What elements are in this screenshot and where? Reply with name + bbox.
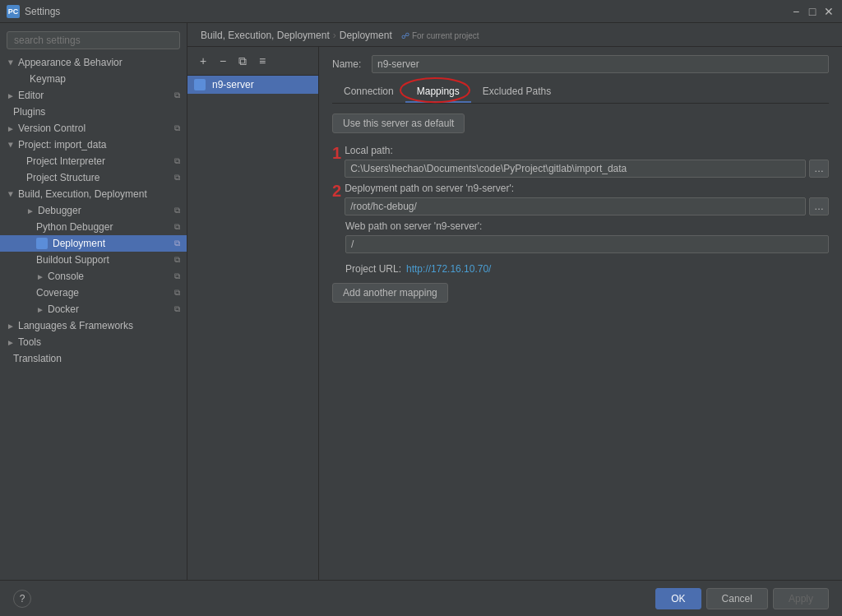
bottom-bar: ? OK Cancel Apply bbox=[0, 580, 842, 616]
sidebar-item-tools[interactable]: ► Tools bbox=[0, 334, 187, 350]
sidebar-item-label: Deployment bbox=[53, 238, 105, 249]
sidebar-item-coverage[interactable]: Coverage ⧉ bbox=[0, 285, 187, 301]
window-title: Settings bbox=[25, 6, 60, 17]
breadcrumb: Build, Execution, Deployment › Deploymen… bbox=[187, 23, 842, 47]
arrow-icon: ► bbox=[7, 338, 15, 347]
sidebar-item-label: Keymap bbox=[30, 73, 66, 85]
arrow-icon: ► bbox=[26, 206, 35, 215]
project-url-label: Project URL: bbox=[345, 263, 401, 275]
local-path-label: Local path: bbox=[345, 145, 829, 156]
sidebar-item-deployment[interactable]: Deployment ⧉ bbox=[0, 235, 187, 252]
arrow-icon: ► bbox=[7, 58, 16, 67]
copy-icon: ⧉ bbox=[174, 255, 180, 265]
copy-icon: ⧉ bbox=[174, 271, 180, 281]
sidebar-item-label: Appearance & Behavior bbox=[18, 57, 123, 68]
copy-icon: ⧉ bbox=[174, 222, 180, 232]
arrow-icon: ► bbox=[7, 124, 15, 133]
move-server-button[interactable]: ≡ bbox=[253, 52, 271, 70]
sidebar-item-project[interactable]: ► Project: import_data bbox=[0, 137, 187, 153]
server-toolbar: + − ⧉ ≡ bbox=[187, 47, 318, 76]
annotation-1: 1 bbox=[332, 145, 341, 161]
help-button[interactable]: ? bbox=[13, 590, 31, 608]
sidebar-item-console[interactable]: ► Console ⧉ bbox=[0, 268, 187, 285]
copy-icon: ⧉ bbox=[174, 123, 180, 133]
sidebar-item-plugins[interactable]: Plugins bbox=[0, 104, 187, 120]
deployment-path-input[interactable] bbox=[345, 197, 806, 215]
app-icon: PC bbox=[7, 5, 20, 18]
sidebar-item-label: Python Debugger bbox=[36, 221, 113, 233]
add-mapping-button[interactable]: Add another mapping bbox=[332, 283, 448, 303]
breadcrumb-part2: Deployment bbox=[340, 30, 392, 41]
sidebar-item-version-control[interactable]: ► Version Control ⧉ bbox=[0, 120, 187, 137]
deployment-path-browse-button[interactable]: … bbox=[809, 197, 829, 215]
deployment-path-input-row: … bbox=[345, 197, 829, 215]
sidebar-item-appearance[interactable]: ► Appearance & Behavior bbox=[0, 54, 187, 71]
tab-excluded-paths[interactable]: Excluded Paths bbox=[471, 81, 562, 103]
copy-icon: ⧉ bbox=[174, 288, 180, 298]
arrow-icon: ► bbox=[7, 322, 15, 331]
sidebar-item-translation[interactable]: Translation bbox=[0, 350, 187, 367]
copy-icon: ⧉ bbox=[174, 304, 180, 314]
local-path-field: Local path: … bbox=[345, 145, 829, 178]
project-url-link[interactable]: http://172.16.10.70/ bbox=[406, 263, 491, 275]
maximize-button[interactable]: □ bbox=[806, 5, 819, 18]
right-panel: Name: Connection Mappings bbox=[319, 47, 842, 580]
copy-server-button[interactable]: ⧉ bbox=[234, 52, 252, 70]
copy-icon: ⧉ bbox=[174, 173, 180, 183]
local-path-input[interactable] bbox=[345, 160, 806, 178]
title-bar-left: PC Settings bbox=[7, 5, 60, 18]
use-server-default-button[interactable]: Use this server as default bbox=[332, 113, 465, 133]
breadcrumb-separator: › bbox=[333, 30, 336, 41]
sidebar-item-label: Buildout Support bbox=[36, 254, 109, 266]
sidebar-item-label: Console bbox=[48, 271, 84, 282]
name-label: Name: bbox=[332, 58, 365, 70]
cancel-button[interactable]: Cancel bbox=[706, 588, 768, 609]
ok-button[interactable]: OK bbox=[655, 588, 701, 609]
sidebar-item-label: Editor bbox=[18, 90, 44, 101]
deployment-icon bbox=[36, 238, 48, 249]
sidebar-item-keymap[interactable]: Keymap bbox=[0, 71, 187, 87]
copy-icon: ⧉ bbox=[174, 239, 180, 248]
sidebar-item-project-interpreter[interactable]: Project Interpreter ⧉ bbox=[0, 153, 187, 169]
server-panel: + − ⧉ ≡ n9-server bbox=[187, 47, 319, 580]
web-path-input[interactable] bbox=[345, 235, 829, 253]
add-server-button[interactable]: + bbox=[194, 52, 212, 70]
copy-icon: ⧉ bbox=[174, 206, 180, 215]
sidebar-item-python-debugger[interactable]: Python Debugger ⧉ bbox=[0, 219, 187, 235]
search-input[interactable] bbox=[7, 31, 180, 49]
sidebar-item-editor[interactable]: ► Editor ⧉ bbox=[0, 87, 187, 104]
sidebar-item-docker[interactable]: ► Docker ⧉ bbox=[0, 301, 187, 317]
apply-button[interactable]: Apply bbox=[773, 588, 829, 609]
arrow-icon: ► bbox=[7, 91, 15, 100]
arrow-icon: ► bbox=[36, 272, 44, 281]
server-list: n9-server bbox=[187, 76, 319, 240]
sidebar-item-project-structure[interactable]: Project Structure ⧉ bbox=[0, 169, 187, 186]
remove-server-button[interactable]: − bbox=[214, 52, 232, 70]
sidebar-item-debugger[interactable]: ► Debugger ⧉ bbox=[0, 202, 187, 219]
tab-mappings[interactable]: Mappings bbox=[405, 81, 471, 103]
sidebar-item-build-execution-deployment[interactable]: ► Build, Execution, Deployment bbox=[0, 186, 187, 202]
deployment-path-label: Deployment path on server 'n9-server': bbox=[345, 183, 829, 194]
name-input[interactable] bbox=[372, 55, 829, 73]
action-buttons: OK Cancel Apply bbox=[655, 588, 829, 609]
web-path-field: Web path on server 'n9-server': bbox=[332, 220, 829, 253]
sidebar-item-label: Debugger bbox=[38, 205, 81, 216]
minimize-button[interactable]: − bbox=[789, 5, 803, 18]
sidebar-item-label: Project Structure bbox=[26, 172, 99, 183]
tab-excluded-paths-label: Excluded Paths bbox=[483, 86, 551, 97]
local-path-browse-button[interactable]: … bbox=[809, 160, 829, 178]
main-container: ► Appearance & Behavior Keymap ► Editor … bbox=[0, 23, 842, 580]
scope-badge: ☍ For current project bbox=[401, 31, 479, 40]
title-bar-controls: − □ ✕ bbox=[789, 5, 835, 18]
sidebar-item-label: Docker bbox=[48, 303, 79, 315]
local-path-input-row: … bbox=[345, 160, 829, 178]
server-item[interactable]: n9-server bbox=[187, 76, 318, 94]
sidebar-item-languages-frameworks[interactable]: ► Languages & Frameworks bbox=[0, 317, 187, 334]
sidebar-item-label: Plugins bbox=[13, 106, 45, 118]
arrow-icon: ► bbox=[7, 141, 16, 149]
mapping-row-2: 2 Deployment path on server 'n9-server':… bbox=[332, 183, 829, 215]
tab-connection[interactable]: Connection bbox=[332, 81, 405, 103]
sidebar-item-buildout-support[interactable]: Buildout Support ⧉ bbox=[0, 252, 187, 268]
annotation-2: 2 bbox=[332, 183, 341, 199]
close-button[interactable]: ✕ bbox=[822, 5, 835, 18]
